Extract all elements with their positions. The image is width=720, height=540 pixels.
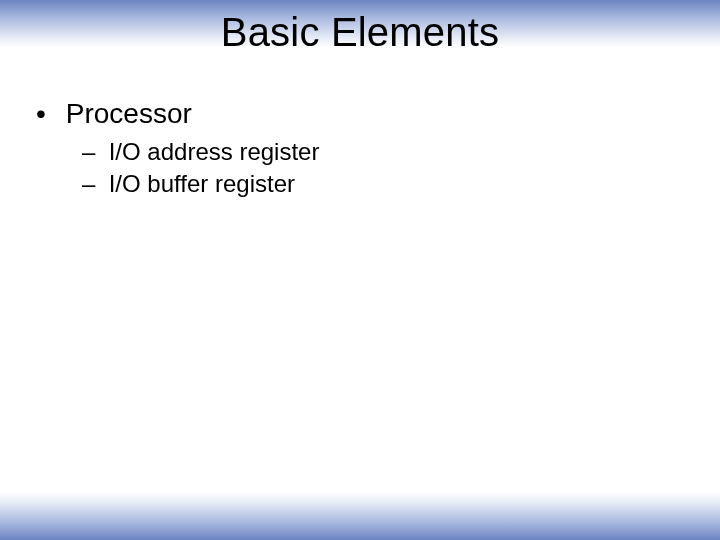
bullet-label: Processor — [66, 98, 192, 129]
sub-bullet-label: I/O address register — [109, 138, 320, 165]
list-item: I/O address register — [82, 136, 684, 168]
slide: Basic Elements Processor I/O address reg… — [0, 0, 720, 540]
slide-content: Processor I/O address register I/O buffe… — [36, 98, 684, 207]
sub-bullet-list: I/O address register I/O buffer register — [36, 136, 684, 201]
bullet-list: Processor I/O address register I/O buffe… — [36, 98, 684, 201]
sub-bullet-label: I/O buffer register — [109, 170, 295, 197]
list-item: Processor I/O address register I/O buffe… — [36, 98, 684, 201]
list-item: I/O buffer register — [82, 168, 684, 200]
slide-title: Basic Elements — [0, 10, 720, 55]
bottom-gradient-band — [0, 492, 720, 540]
